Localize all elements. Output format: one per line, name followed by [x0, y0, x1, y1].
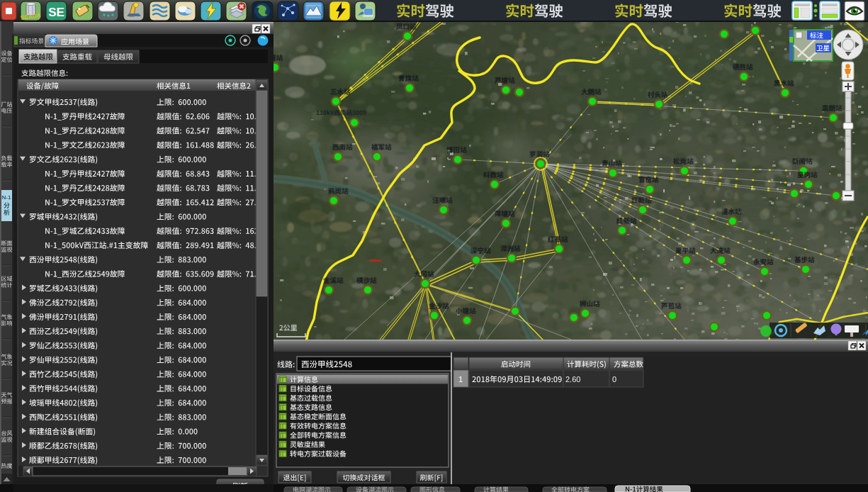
svg-text:2.60: 2.60: [565, 375, 580, 384]
svg-text:SE: SE: [48, 6, 64, 19]
svg-text:0: 0: [612, 375, 616, 384]
svg-text:1: 1: [458, 375, 463, 384]
svg-text:N-1: N-1: [2, 194, 11, 201]
